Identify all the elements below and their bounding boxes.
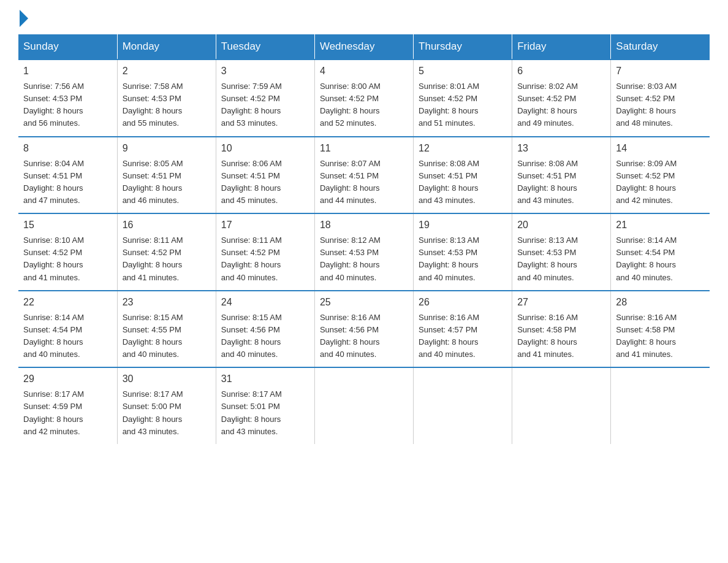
day-cell: 19Sunrise: 8:13 AMSunset: 4:53 PMDayligh… [414, 213, 512, 291]
day-info: Sunrise: 8:13 AMSunset: 4:53 PMDaylight:… [517, 234, 605, 284]
day-cell: 7Sunrise: 8:03 AMSunset: 4:52 PMDaylight… [611, 59, 710, 137]
day-info: Sunrise: 8:17 AMSunset: 4:59 PMDaylight:… [23, 388, 112, 438]
day-info: Sunrise: 8:08 AMSunset: 4:51 PMDaylight:… [517, 158, 605, 207]
day-number: 31 [221, 372, 309, 386]
day-info: Sunrise: 8:16 AMSunset: 4:58 PMDaylight:… [616, 312, 705, 361]
day-cell [414, 367, 512, 444]
day-info: Sunrise: 8:04 AMSunset: 4:51 PMDaylight:… [23, 158, 112, 207]
col-header-monday: Monday [117, 34, 216, 59]
col-header-thursday: Thursday [414, 34, 512, 59]
day-cell: 6Sunrise: 8:02 AMSunset: 4:52 PMDaylight… [512, 59, 611, 137]
col-header-sunday: Sunday [18, 34, 117, 59]
day-number: 24 [221, 295, 309, 310]
day-cell: 8Sunrise: 8:04 AMSunset: 4:51 PMDaylight… [18, 137, 117, 214]
day-number: 28 [616, 295, 705, 310]
day-cell: 3Sunrise: 7:59 AMSunset: 4:52 PMDaylight… [216, 59, 314, 137]
logo-text [18, 12, 28, 27]
day-info: Sunrise: 7:56 AMSunset: 4:53 PMDaylight:… [23, 80, 112, 130]
day-info: Sunrise: 8:15 AMSunset: 4:56 PMDaylight:… [221, 312, 309, 361]
day-cell: 31Sunrise: 8:17 AMSunset: 5:01 PMDayligh… [216, 367, 314, 444]
day-cell: 29Sunrise: 8:17 AMSunset: 4:59 PMDayligh… [18, 367, 117, 444]
day-info: Sunrise: 8:11 AMSunset: 4:52 PMDaylight:… [221, 234, 309, 284]
day-info: Sunrise: 8:03 AMSunset: 4:52 PMDaylight:… [616, 80, 705, 130]
week-row-3: 15Sunrise: 8:10 AMSunset: 4:52 PMDayligh… [18, 213, 710, 291]
week-row-5: 29Sunrise: 8:17 AMSunset: 4:59 PMDayligh… [18, 367, 710, 444]
day-cell: 9Sunrise: 8:05 AMSunset: 4:51 PMDaylight… [117, 137, 216, 214]
day-cell: 2Sunrise: 7:58 AMSunset: 4:53 PMDaylight… [117, 59, 216, 137]
day-info: Sunrise: 8:07 AMSunset: 4:51 PMDaylight:… [320, 158, 408, 207]
day-cell [314, 367, 413, 444]
day-cell: 15Sunrise: 8:10 AMSunset: 4:52 PMDayligh… [18, 213, 117, 291]
day-info: Sunrise: 8:15 AMSunset: 4:55 PMDaylight:… [123, 312, 211, 361]
col-header-tuesday: Tuesday [216, 34, 314, 59]
calendar-header-row: SundayMondayTuesdayWednesdayThursdayFrid… [18, 34, 710, 59]
col-header-saturday: Saturday [611, 34, 710, 59]
day-cell: 10Sunrise: 8:06 AMSunset: 4:51 PMDayligh… [216, 137, 314, 214]
day-cell: 16Sunrise: 8:11 AMSunset: 4:52 PMDayligh… [117, 213, 216, 291]
day-number: 19 [419, 218, 507, 232]
day-cell: 17Sunrise: 8:11 AMSunset: 4:52 PMDayligh… [216, 213, 314, 291]
day-number: 17 [221, 218, 309, 232]
day-number: 20 [517, 218, 605, 232]
day-info: Sunrise: 8:16 AMSunset: 4:58 PMDaylight:… [517, 312, 605, 361]
day-number: 22 [23, 295, 112, 310]
day-cell: 28Sunrise: 8:16 AMSunset: 4:58 PMDayligh… [611, 291, 710, 368]
day-info: Sunrise: 8:10 AMSunset: 4:52 PMDaylight:… [23, 234, 112, 284]
day-cell: 30Sunrise: 8:17 AMSunset: 5:00 PMDayligh… [117, 367, 216, 444]
week-row-2: 8Sunrise: 8:04 AMSunset: 4:51 PMDaylight… [18, 137, 710, 214]
day-number: 6 [517, 64, 605, 79]
day-number: 4 [320, 64, 408, 79]
day-number: 25 [320, 295, 408, 310]
day-number: 30 [123, 372, 211, 386]
day-info: Sunrise: 8:16 AMSunset: 4:56 PMDaylight:… [320, 312, 408, 361]
day-cell [512, 367, 611, 444]
day-number: 1 [23, 64, 112, 79]
day-info: Sunrise: 8:00 AMSunset: 4:52 PMDaylight:… [320, 80, 408, 130]
day-number: 9 [123, 141, 211, 156]
day-cell: 22Sunrise: 8:14 AMSunset: 4:54 PMDayligh… [18, 291, 117, 368]
day-cell: 14Sunrise: 8:09 AMSunset: 4:52 PMDayligh… [611, 137, 710, 214]
col-header-friday: Friday [512, 34, 611, 59]
day-info: Sunrise: 8:09 AMSunset: 4:52 PMDaylight:… [616, 158, 705, 207]
day-number: 21 [616, 218, 705, 232]
week-row-4: 22Sunrise: 8:14 AMSunset: 4:54 PMDayligh… [18, 291, 710, 368]
day-info: Sunrise: 8:11 AMSunset: 4:52 PMDaylight:… [123, 234, 211, 284]
day-number: 18 [320, 218, 408, 232]
day-cell [611, 367, 710, 444]
day-cell: 18Sunrise: 8:12 AMSunset: 4:53 PMDayligh… [314, 213, 413, 291]
day-cell: 20Sunrise: 8:13 AMSunset: 4:53 PMDayligh… [512, 213, 611, 291]
day-cell: 11Sunrise: 8:07 AMSunset: 4:51 PMDayligh… [314, 137, 413, 214]
day-info: Sunrise: 8:17 AMSunset: 5:00 PMDaylight:… [123, 388, 211, 438]
day-info: Sunrise: 8:16 AMSunset: 4:57 PMDaylight:… [419, 312, 507, 361]
day-number: 12 [419, 141, 507, 156]
day-info: Sunrise: 8:08 AMSunset: 4:51 PMDaylight:… [419, 158, 507, 207]
day-cell: 5Sunrise: 8:01 AMSunset: 4:52 PMDaylight… [414, 59, 512, 137]
day-cell: 25Sunrise: 8:16 AMSunset: 4:56 PMDayligh… [314, 291, 413, 368]
col-header-wednesday: Wednesday [314, 34, 413, 59]
day-info: Sunrise: 8:14 AMSunset: 4:54 PMDaylight:… [23, 312, 112, 361]
day-info: Sunrise: 8:14 AMSunset: 4:54 PMDaylight:… [616, 234, 705, 284]
week-row-1: 1Sunrise: 7:56 AMSunset: 4:53 PMDaylight… [18, 59, 710, 137]
day-number: 5 [419, 64, 507, 79]
day-cell: 27Sunrise: 8:16 AMSunset: 4:58 PMDayligh… [512, 291, 611, 368]
day-info: Sunrise: 7:59 AMSunset: 4:52 PMDaylight:… [221, 80, 309, 130]
day-cell: 4Sunrise: 8:00 AMSunset: 4:52 PMDaylight… [314, 59, 413, 137]
day-number: 10 [221, 141, 309, 156]
day-info: Sunrise: 8:17 AMSunset: 5:01 PMDaylight:… [221, 388, 309, 438]
day-cell: 23Sunrise: 8:15 AMSunset: 4:55 PMDayligh… [117, 291, 216, 368]
day-cell: 21Sunrise: 8:14 AMSunset: 4:54 PMDayligh… [611, 213, 710, 291]
logo [18, 12, 28, 22]
day-number: 3 [221, 64, 309, 79]
page-header [18, 12, 710, 22]
day-number: 14 [616, 141, 705, 156]
day-number: 13 [517, 141, 605, 156]
day-info: Sunrise: 8:01 AMSunset: 4:52 PMDaylight:… [419, 80, 507, 130]
day-number: 16 [123, 218, 211, 232]
day-number: 7 [616, 64, 705, 79]
day-cell: 1Sunrise: 7:56 AMSunset: 4:53 PMDaylight… [18, 59, 117, 137]
calendar-table: SundayMondayTuesdayWednesdayThursdayFrid… [18, 34, 710, 444]
day-number: 29 [23, 372, 112, 386]
day-info: Sunrise: 8:13 AMSunset: 4:53 PMDaylight:… [419, 234, 507, 284]
day-info: Sunrise: 7:58 AMSunset: 4:53 PMDaylight:… [123, 80, 211, 130]
day-info: Sunrise: 8:12 AMSunset: 4:53 PMDaylight:… [320, 234, 408, 284]
